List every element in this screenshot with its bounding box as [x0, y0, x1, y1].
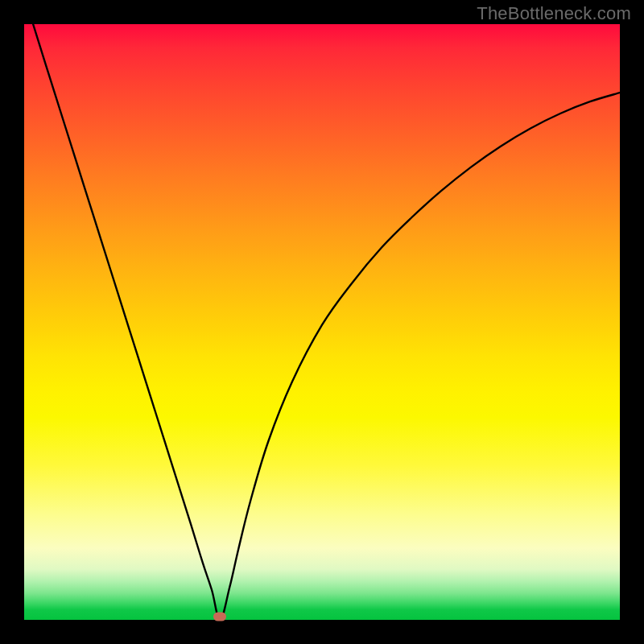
- plot-area: [24, 24, 620, 620]
- bottleneck-curve: [24, 24, 620, 620]
- attribution-text: TheBottleneck.com: [477, 3, 631, 24]
- image-frame: TheBottleneck.com: [0, 0, 644, 644]
- minimum-marker: [213, 613, 226, 621]
